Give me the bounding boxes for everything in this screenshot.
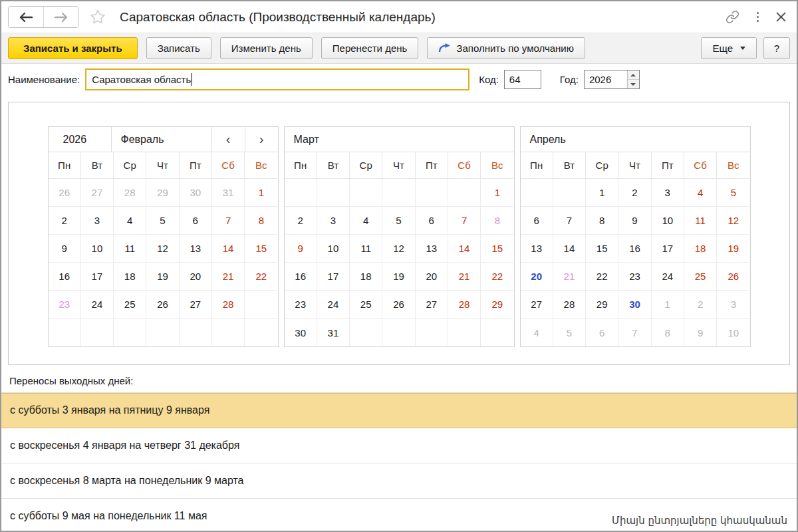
day-cell[interactable]: 27	[416, 291, 448, 319]
help-button[interactable]: ?	[763, 37, 790, 59]
day-cell[interactable]: 8	[586, 207, 618, 235]
year-input[interactable]: 2026	[584, 70, 640, 89]
day-cell[interactable]: 30	[180, 179, 212, 207]
favorite-star-icon[interactable]	[89, 9, 106, 25]
day-cell[interactable]: 2	[684, 291, 717, 319]
day-cell[interactable]: 27	[180, 291, 212, 319]
day-cell[interactable]: 22	[481, 263, 513, 291]
day-cell[interactable]: 29	[586, 291, 618, 319]
day-cell[interactable]: 17	[652, 235, 684, 263]
day-cell[interactable]: 3	[317, 207, 350, 235]
day-cell[interactable]: 16	[49, 263, 81, 291]
day-cell[interactable]: 2	[285, 207, 317, 235]
day-cell[interactable]: 28	[114, 179, 146, 207]
day-cell[interactable]: 3	[652, 179, 684, 207]
day-cell[interactable]: 18	[684, 235, 717, 263]
day-cell[interactable]: 29	[481, 291, 513, 319]
day-cell[interactable]: 1	[652, 291, 684, 319]
name-input[interactable]: Саратовская область	[85, 68, 469, 90]
forward-button[interactable]	[43, 7, 78, 27]
day-cell[interactable]: 14	[553, 235, 586, 263]
close-icon[interactable]	[776, 12, 786, 22]
day-cell[interactable]: 29	[146, 179, 179, 207]
day-cell[interactable]: 28	[553, 291, 586, 319]
day-cell[interactable]: 12	[717, 207, 749, 235]
day-cell[interactable]: 15	[245, 235, 277, 263]
day-cell[interactable]: 1	[481, 179, 513, 207]
day-cell[interactable]: 1	[245, 179, 277, 207]
fill-default-button[interactable]: Заполнить по умолчанию	[427, 37, 585, 59]
day-cell[interactable]: 7	[618, 319, 651, 346]
day-cell[interactable]: 15	[481, 235, 513, 263]
day-cell[interactable]: 28	[212, 291, 245, 319]
day-cell[interactable]: 8	[652, 319, 684, 346]
kebab-menu-icon[interactable]	[755, 11, 760, 23]
day-cell[interactable]: 8	[481, 207, 513, 235]
transfer-row[interactable]: с воскресенья 8 марта на понедельник 9 м…	[1, 464, 797, 499]
day-cell[interactable]: 6	[180, 207, 212, 235]
day-cell[interactable]: 16	[618, 235, 651, 263]
day-cell[interactable]: 13	[180, 235, 212, 263]
day-cell[interactable]: 31	[317, 319, 350, 346]
day-cell[interactable]: 7	[448, 207, 481, 235]
day-cell[interactable]: 6	[586, 319, 618, 346]
day-cell[interactable]: 20	[521, 263, 553, 291]
day-cell[interactable]: 10	[317, 235, 350, 263]
day-cell[interactable]: 25	[114, 291, 146, 319]
day-cell[interactable]: 26	[717, 263, 749, 291]
day-cell[interactable]: 17	[81, 263, 114, 291]
day-cell[interactable]: 5	[553, 319, 586, 346]
day-cell[interactable]: 10	[652, 207, 684, 235]
day-cell[interactable]: 6	[521, 207, 553, 235]
day-cell[interactable]: 12	[146, 235, 179, 263]
day-cell[interactable]: 12	[382, 235, 415, 263]
day-cell[interactable]: 3	[717, 291, 749, 319]
day-cell[interactable]: 14	[448, 235, 481, 263]
day-cell[interactable]: 30	[618, 291, 651, 319]
change-day-button[interactable]: Изменить день	[220, 37, 313, 59]
spin-down-button[interactable]	[628, 80, 639, 88]
day-cell[interactable]: 2	[618, 179, 651, 207]
day-cell[interactable]: 11	[114, 235, 146, 263]
back-button[interactable]	[9, 7, 43, 27]
day-cell[interactable]: 1	[586, 179, 618, 207]
day-cell[interactable]: 22	[586, 263, 618, 291]
transfer-row[interactable]: с субботы 3 января на пятницу 9 января	[1, 393, 797, 428]
day-cell[interactable]: 26	[49, 179, 81, 207]
day-cell[interactable]: 11	[684, 207, 717, 235]
day-cell[interactable]: 7	[553, 207, 586, 235]
save-and-close-button[interactable]: Записать и закрыть	[8, 37, 138, 59]
day-cell[interactable]: 27	[521, 291, 553, 319]
day-cell[interactable]: 24	[317, 291, 350, 319]
link-icon[interactable]	[726, 10, 739, 24]
day-cell[interactable]: 23	[285, 291, 317, 319]
day-cell[interactable]: 9	[49, 235, 81, 263]
day-cell[interactable]: 10	[81, 235, 114, 263]
day-cell[interactable]: 22	[245, 263, 277, 291]
day-cell[interactable]: 5	[146, 207, 179, 235]
day-cell[interactable]: 3	[81, 207, 114, 235]
day-cell[interactable]: 16	[285, 263, 317, 291]
day-cell[interactable]: 24	[652, 263, 684, 291]
day-cell[interactable]: 5	[382, 207, 415, 235]
day-cell[interactable]: 11	[350, 235, 382, 263]
day-cell[interactable]: 21	[448, 263, 481, 291]
day-cell[interactable]: 19	[382, 263, 415, 291]
day-cell[interactable]: 24	[81, 291, 114, 319]
day-cell[interactable]: 18	[114, 263, 146, 291]
day-cell[interactable]: 10	[717, 319, 749, 346]
day-cell[interactable]: 9	[684, 319, 717, 346]
day-cell[interactable]: 27	[81, 179, 114, 207]
day-cell[interactable]: 19	[717, 235, 749, 263]
day-cell[interactable]: 15	[586, 235, 618, 263]
day-cell[interactable]: 20	[180, 263, 212, 291]
spin-up-button[interactable]	[628, 70, 639, 80]
more-button[interactable]: Еще	[701, 37, 757, 59]
code-input[interactable]: 64	[504, 70, 541, 89]
transfer-row[interactable]: с воскресенья 4 января на четверг 31 дек…	[1, 428, 797, 464]
prev-month-button[interactable]: ‹	[212, 127, 245, 152]
day-cell[interactable]: 31	[212, 179, 245, 207]
day-cell[interactable]: 26	[146, 291, 179, 319]
day-cell[interactable]: 23	[49, 291, 81, 319]
day-cell[interactable]: 30	[285, 319, 317, 346]
